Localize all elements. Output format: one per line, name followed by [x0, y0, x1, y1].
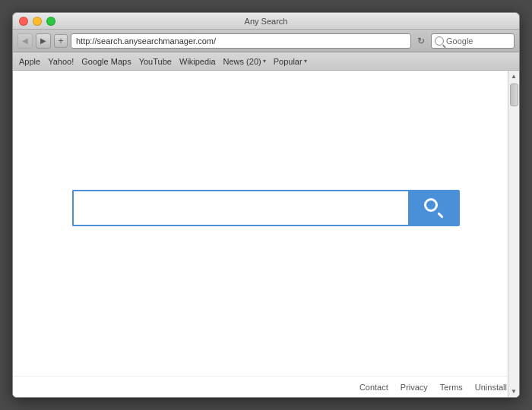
- forward-button[interactable]: ▶: [36, 33, 51, 49]
- add-tab-button[interactable]: +: [54, 34, 68, 48]
- bookmarks-bar: Apple Yahoo! Google Maps YouTube Wikiped…: [13, 52, 519, 71]
- footer: Contact Privacy Terms Uninstall: [13, 376, 519, 397]
- address-input[interactable]: [76, 36, 406, 46]
- contact-link[interactable]: Contact: [359, 383, 388, 392]
- uninstall-link[interactable]: Uninstall: [475, 383, 507, 392]
- minimize-button[interactable]: [33, 17, 42, 26]
- news-arrow-icon: ▾: [263, 58, 266, 65]
- bookmark-apple[interactable]: Apple: [19, 57, 40, 66]
- bookmark-yahoo[interactable]: Yahoo!: [48, 57, 74, 66]
- toolbar: ◀ ▶ + ↻ Google: [13, 30, 519, 52]
- search-button[interactable]: [408, 190, 460, 226]
- scrollbar: ▲ ▼: [508, 71, 519, 397]
- bookmark-wikipedia[interactable]: Wikipedia: [179, 57, 216, 66]
- content-inner: [13, 71, 519, 376]
- content-area: Contact Privacy Terms Uninstall ▲ ▼: [13, 71, 519, 397]
- scrollbar-track[interactable]: [508, 82, 519, 386]
- terms-link[interactable]: Terms: [440, 383, 463, 392]
- privacy-link[interactable]: Privacy: [401, 383, 428, 392]
- scroll-down-button[interactable]: ▼: [508, 386, 520, 397]
- search-container: [72, 190, 460, 226]
- address-bar[interactable]: [71, 33, 411, 49]
- popular-arrow-icon: ▾: [304, 58, 307, 65]
- browser-window: Any Search ◀ ▶ + ↻ Google Apple Yahoo! G…: [12, 12, 520, 398]
- scroll-up-button[interactable]: ▲: [508, 71, 520, 82]
- title-bar: Any Search: [13, 13, 519, 30]
- traffic-lights: [19, 17, 55, 26]
- window-title: Any Search: [245, 17, 288, 26]
- scrollbar-thumb[interactable]: [510, 84, 518, 106]
- bookmark-youtube[interactable]: YouTube: [139, 57, 172, 66]
- search-input[interactable]: [72, 190, 408, 226]
- maximize-button[interactable]: [46, 17, 55, 26]
- search-icon: [424, 198, 444, 218]
- bookmark-google-maps[interactable]: Google Maps: [81, 57, 131, 66]
- bookmark-news[interactable]: News (20) ▾: [223, 57, 266, 66]
- refresh-button[interactable]: ↻: [414, 34, 428, 48]
- google-search-icon: [435, 36, 444, 46]
- back-button[interactable]: ◀: [17, 33, 33, 49]
- bookmark-popular[interactable]: Popular ▾: [274, 57, 307, 66]
- close-button[interactable]: [19, 17, 28, 26]
- google-search-bar[interactable]: Google: [431, 33, 515, 49]
